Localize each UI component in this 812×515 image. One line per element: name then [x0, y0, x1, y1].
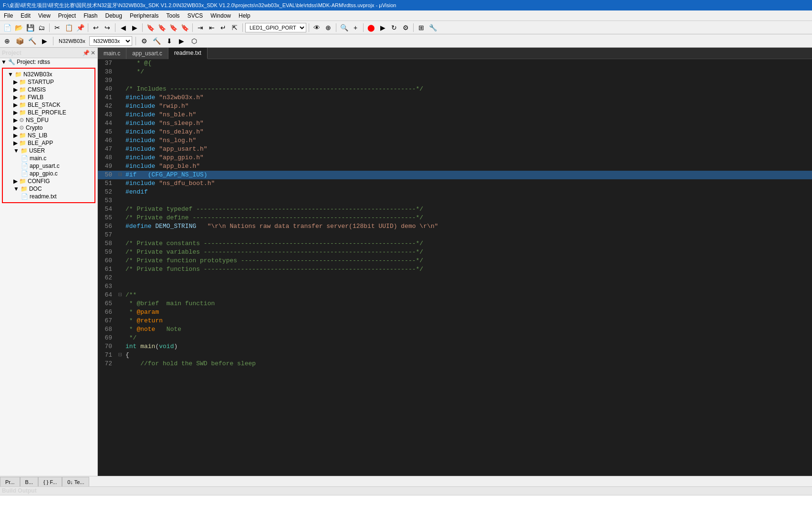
cut-btn[interactable]: ✂: [52, 22, 62, 33]
sep3: [115, 23, 115, 32]
tab-app-usart-c[interactable]: app_usart.c: [126, 48, 168, 59]
outdent-btn[interactable]: ⇤: [207, 22, 217, 33]
target-select[interactable]: N32WB03x: [89, 36, 132, 46]
tree-cmsis[interactable]: ▶ 📁 CMSIS: [3, 86, 94, 93]
tab-readme-txt[interactable]: readme.txt: [168, 48, 208, 59]
menu-item-peripherals[interactable]: Peripherals: [126, 11, 163, 20]
save-all-btn[interactable]: 🗂: [36, 22, 47, 33]
target-btn[interactable]: ⊕: [323, 22, 333, 33]
code-line-55: 55 /* Private define -------------------…: [98, 214, 812, 222]
tree-root[interactable]: ▼ 🔧 Project: rdtss: [0, 58, 97, 66]
menu-item-flash[interactable]: Flash: [80, 11, 101, 20]
tree-ble-stack[interactable]: ▶ 📁 BLE_STACK: [3, 101, 94, 109]
app-gpio-c-label: app_gpio.c: [30, 170, 58, 177]
cmsis-expand-icon: ▶: [13, 86, 18, 93]
new-btn[interactable]: 📄: [2, 22, 12, 33]
tree-config[interactable]: ▶ 📁 CONFIG: [3, 177, 94, 185]
user-label: USER: [29, 147, 45, 154]
stop-btn[interactable]: ⬤: [366, 22, 376, 33]
startup-label: STARTUP: [28, 79, 54, 85]
bottom-tab-f[interactable]: { } F...: [38, 477, 62, 486]
sep1: [49, 23, 50, 32]
menu-item-help[interactable]: Help: [235, 11, 254, 20]
menu-item-window[interactable]: Window: [207, 11, 235, 20]
sidebar-header: Project 📌 ✕: [0, 48, 97, 58]
tb2-settings-btn[interactable]: ⚙: [139, 36, 150, 46]
step-btn[interactable]: ↻: [389, 22, 399, 33]
settings-btn[interactable]: ⚙: [400, 22, 411, 33]
ns-lib-label: NS_LIB: [28, 132, 47, 139]
tree-ble-profile[interactable]: ▶ 📁 BLE_PROFILE: [3, 109, 94, 116]
bottom-tab-te[interactable]: 0↓ Te...: [62, 477, 89, 486]
tb2-btn1[interactable]: ⊕: [2, 36, 12, 46]
ble-stack-expand-icon: ▶: [13, 102, 18, 108]
tree-ble-app[interactable]: ▶ 📁 BLE_APP: [3, 139, 94, 147]
tb2-build-btn[interactable]: 🔨: [152, 36, 162, 46]
tree-ns-lib[interactable]: ▶ 📁 NS_LIB: [3, 132, 94, 139]
menu-item-project[interactable]: Project: [54, 11, 80, 20]
tree-n32wb03x[interactable]: ▼ 📁 N32WB03x: [3, 71, 94, 78]
sep6: [242, 23, 243, 32]
tree-fwlb[interactable]: ▶ 📁 FWLB: [3, 93, 94, 101]
bottom-tab-pr[interactable]: Pr...: [0, 477, 20, 486]
sep8: [336, 23, 336, 32]
indent2-btn[interactable]: ↵: [218, 22, 229, 33]
tree-ns-dfu[interactable]: ▶ ⚙ NS_DFU: [3, 116, 94, 124]
search-btn[interactable]: 🔍: [339, 22, 349, 33]
menu-item-view[interactable]: View: [34, 11, 54, 20]
tools2-btn[interactable]: 🔧: [427, 22, 438, 33]
sep5: [192, 23, 193, 32]
bookmark4-btn[interactable]: 🔖: [179, 22, 190, 33]
tb2-btn3[interactable]: 🔨: [27, 36, 37, 46]
code-line-43: 43 #include "ns_ble.h": [98, 111, 812, 119]
tb2-btn4[interactable]: ▶: [39, 36, 50, 46]
sidebar-icon-close[interactable]: ✕: [91, 50, 95, 56]
code-editor[interactable]: 37 * @{ 38 */ 39 40 /* Includes --------…: [98, 59, 812, 476]
tree-doc[interactable]: ▼ 📁 DOC: [3, 185, 94, 193]
ble-stack-label: BLE_STACK: [28, 102, 60, 108]
gpio-port-dropdown[interactable]: LED1_GPIO_PORT: [245, 23, 306, 32]
tree-startup[interactable]: ▶ 📁 STARTUP: [3, 78, 94, 86]
tree-main-c[interactable]: 📄 main.c: [3, 154, 94, 162]
menu-item-debug[interactable]: Debug: [102, 11, 126, 20]
tab-main-c[interactable]: main.c: [98, 48, 126, 59]
nav-back-btn[interactable]: ◀: [118, 22, 128, 33]
save-btn[interactable]: 💾: [25, 22, 35, 33]
tb2-dl-btn[interactable]: ⬇: [164, 36, 175, 46]
tb2-run2-btn[interactable]: ▶: [177, 36, 187, 46]
ble-profile-expand-icon: ▶: [13, 109, 18, 116]
bookmark3-btn[interactable]: 🔖: [168, 22, 178, 33]
tree-user[interactable]: ▼ 📁 USER: [3, 147, 94, 154]
paste-btn[interactable]: 📌: [75, 22, 85, 33]
bookmark1-btn[interactable]: 🔖: [145, 22, 156, 33]
layout-btn[interactable]: ⊞: [416, 22, 427, 33]
n32-label: N32WB03x: [23, 71, 52, 78]
tree-readme-txt[interactable]: 📄 readme.txt: [3, 193, 94, 200]
zoom-btn[interactable]: +: [350, 22, 361, 33]
tb2-stop2-btn[interactable]: ⬡: [189, 36, 199, 46]
bookmark2-btn[interactable]: 🔖: [156, 22, 167, 33]
nav-fwd-btn[interactable]: ▶: [129, 22, 140, 33]
bottom-tab-b[interactable]: B...: [20, 477, 39, 486]
menu-item-tools[interactable]: Tools: [163, 11, 184, 20]
watch-btn[interactable]: 👁: [312, 22, 322, 33]
menu-item-file[interactable]: File: [0, 11, 17, 20]
tree-app-gpio-c[interactable]: 📄 app_gpio.c: [3, 170, 94, 177]
sidebar-icon-pin[interactable]: 📌: [83, 50, 90, 56]
ble-stack-folder-icon: 📁: [19, 102, 26, 108]
menu-item-edit[interactable]: Edit: [17, 11, 34, 20]
redo-btn[interactable]: ↪: [102, 22, 113, 33]
copy-btn[interactable]: 📋: [63, 22, 74, 33]
main-c-label: main.c: [30, 155, 46, 162]
open-btn[interactable]: 📂: [13, 22, 24, 33]
outdent2-btn[interactable]: ⇱: [229, 22, 240, 33]
indent-btn[interactable]: ⇥: [195, 22, 206, 33]
undo-btn[interactable]: ↩: [91, 22, 101, 33]
menu-item-svcs[interactable]: SVCS: [184, 11, 207, 20]
sep7: [309, 23, 309, 32]
tree-crypto[interactable]: ▶ ⚙ Crypto: [3, 124, 94, 132]
tree-app-usart-c[interactable]: 📄 app_usart.c: [3, 162, 94, 170]
tb2-btn2[interactable]: 📦: [14, 36, 25, 46]
app-usart-c-file-icon: 📄: [21, 163, 28, 169]
run-btn[interactable]: ▶: [377, 22, 388, 33]
